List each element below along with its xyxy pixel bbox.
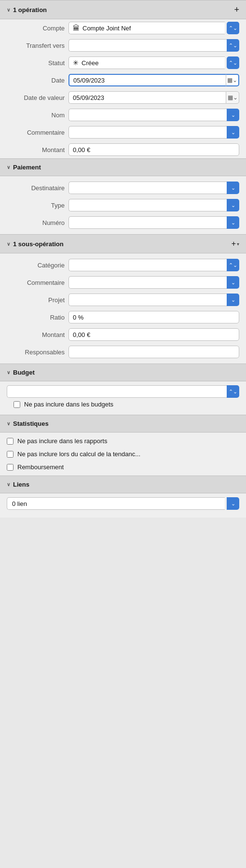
- responsables-input[interactable]: [68, 346, 239, 358]
- projet-input[interactable]: [68, 294, 227, 306]
- commentaire-op-field: ⌄: [68, 126, 239, 139]
- compte-value: Compte Joint Nef: [82, 25, 131, 32]
- commentaire-sub-field: ⌄: [68, 276, 239, 289]
- type-field: ⌄: [68, 199, 239, 211]
- statut-icon: ✳: [73, 59, 79, 67]
- compte-dropdown-button[interactable]: ⌃⌄: [227, 22, 239, 34]
- liens-inner: 0 lien: [7, 497, 225, 510]
- transfert-input[interactable]: [68, 39, 227, 52]
- numero-control: ⌄: [68, 216, 239, 229]
- commentaire-op-row: Commentaire ⌄: [0, 124, 246, 141]
- categorie-row: Catégorie ⌃⌄: [0, 256, 246, 274]
- date-control: ▦⌄: [68, 74, 239, 86]
- budget-checkbox-label: Ne pas inclure dans les budgets: [24, 401, 113, 408]
- stat-checkbox3[interactable]: [7, 464, 14, 471]
- date-valeur-label: Date de valeur: [7, 94, 65, 101]
- date-valeur-input[interactable]: [68, 91, 226, 104]
- budget-checkbox-row: Ne pas inclure dans les budgets: [7, 398, 239, 411]
- type-label: Type: [7, 202, 65, 209]
- nom-label: Nom: [7, 112, 65, 119]
- nom-control: ⌄: [68, 109, 239, 121]
- date-valeur-calendar-button[interactable]: ▦⌄: [226, 91, 239, 104]
- compte-label: Compte: [7, 25, 65, 32]
- budget-dropdown-button[interactable]: ⌃⌄: [227, 385, 239, 398]
- stat-checkbox3-label: Remboursement: [17, 463, 64, 471]
- liens-header: ∨ Liens: [0, 476, 246, 493]
- budget-input[interactable]: [7, 385, 227, 398]
- date-row: Date ▦⌄: [0, 71, 246, 89]
- numero-dropdown-button[interactable]: ⌄: [227, 216, 239, 229]
- commentaire-sub-dropdown-button[interactable]: ⌄: [227, 276, 239, 289]
- type-dropdown-button[interactable]: ⌄: [227, 199, 239, 211]
- budget-title: Budget: [13, 369, 35, 376]
- destinataire-field: ⌄: [68, 182, 239, 194]
- operation-chevron-icon[interactable]: ∨: [7, 7, 10, 13]
- date-label: Date: [7, 77, 65, 84]
- budget-header: ∨ Budget: [0, 364, 246, 381]
- destinataire-label: Destinataire: [7, 184, 65, 192]
- transfert-dropdown-button[interactable]: ⌃⌄: [227, 39, 239, 52]
- nom-row: Nom ⌄: [0, 106, 246, 124]
- paiement-title: Paiement: [13, 164, 41, 171]
- stat-checkbox2-label: Ne pas inclure lors du calcul de la tend…: [17, 450, 140, 458]
- statistiques-header: ∨ Statistiques: [0, 415, 246, 433]
- montant-op-row: Montant: [0, 141, 246, 158]
- statut-field: ✳ Créee ⌃⌄: [68, 56, 239, 69]
- numero-label: Numéro: [7, 219, 65, 226]
- categorie-dropdown-button[interactable]: ⌃⌄: [227, 259, 239, 271]
- sous-operation-chevron-icon[interactable]: ∨: [7, 241, 10, 247]
- budget-chevron-icon[interactable]: ∨: [7, 370, 10, 375]
- sous-operation-header-left: ∨ 1 sous-opération: [7, 240, 64, 248]
- statut-row: Statut ✳ Créee ⌃⌄: [0, 54, 246, 71]
- nom-input[interactable]: [68, 109, 227, 121]
- liens-dropdown-button[interactable]: ⌄: [227, 497, 239, 510]
- stat-checkbox2[interactable]: [7, 451, 14, 458]
- paiement-chevron-icon[interactable]: ∨: [7, 165, 10, 170]
- commentaire-op-dropdown-button[interactable]: ⌄: [227, 126, 239, 139]
- liens-title: Liens: [13, 481, 29, 488]
- statistiques-header-left: ∨ Statistiques: [7, 420, 49, 427]
- date-calendar-button[interactable]: ▦⌄: [226, 74, 239, 86]
- stat-checkbox3-row: Remboursement: [0, 461, 246, 474]
- ratio-control: [68, 311, 239, 323]
- commentaire-sub-control: ⌄: [68, 276, 239, 289]
- commentaire-sub-label: Commentaire: [7, 279, 65, 286]
- date-input[interactable]: [68, 74, 226, 86]
- commentaire-sub-input[interactable]: [68, 276, 227, 289]
- destinataire-row: Destinataire ⌄: [0, 179, 246, 196]
- projet-row: Projet ⌄: [0, 291, 246, 308]
- destinataire-input[interactable]: [68, 182, 227, 194]
- operation-section: Compte 🏛 Compte Joint Nef ⌃⌄ Transfert v…: [0, 19, 246, 158]
- montant-op-label: Montant: [7, 146, 65, 154]
- responsables-control: [68, 346, 239, 358]
- budget-checkbox[interactable]: [14, 401, 20, 408]
- type-input[interactable]: [68, 199, 227, 211]
- categorie-input[interactable]: [68, 259, 227, 271]
- montant-sub-control: [68, 328, 239, 341]
- commentaire-op-label: Commentaire: [7, 129, 65, 136]
- categorie-field: ⌃⌄: [68, 259, 239, 271]
- add-split-chevron-icon: ▾: [237, 241, 239, 247]
- commentaire-op-input[interactable]: [68, 126, 227, 139]
- projet-label: Projet: [7, 296, 65, 304]
- statut-dropdown-button[interactable]: ⌃⌄: [227, 56, 239, 69]
- operation-add-button[interactable]: +: [234, 5, 239, 14]
- footer-space: [0, 518, 246, 537]
- montant-sub-input[interactable]: [68, 328, 239, 341]
- liens-chevron-icon[interactable]: ∨: [7, 482, 10, 487]
- numero-input[interactable]: [68, 216, 227, 229]
- sous-operation-add-button[interactable]: + ▾: [232, 239, 239, 248]
- transfert-control: ⌃⌄: [68, 39, 239, 52]
- ratio-input[interactable]: [68, 311, 239, 323]
- nom-dropdown-button[interactable]: ⌄: [227, 109, 239, 121]
- sous-operation-header: ∨ 1 sous-opération + ▾: [0, 234, 246, 253]
- destinataire-dropdown-button[interactable]: ⌄: [227, 182, 239, 194]
- ratio-row: Ratio: [0, 308, 246, 326]
- projet-dropdown-button[interactable]: ⌄: [227, 294, 239, 306]
- montant-op-input[interactable]: [68, 143, 239, 156]
- liens-section: 0 lien ⌄: [0, 493, 246, 518]
- statistiques-section: Ne pas inclure dans les rapports Ne pas …: [0, 433, 246, 476]
- statistiques-chevron-icon[interactable]: ∨: [7, 421, 10, 426]
- transfert-row: Transfert vers ⌃⌄: [0, 37, 246, 54]
- stat-checkbox1[interactable]: [7, 438, 14, 445]
